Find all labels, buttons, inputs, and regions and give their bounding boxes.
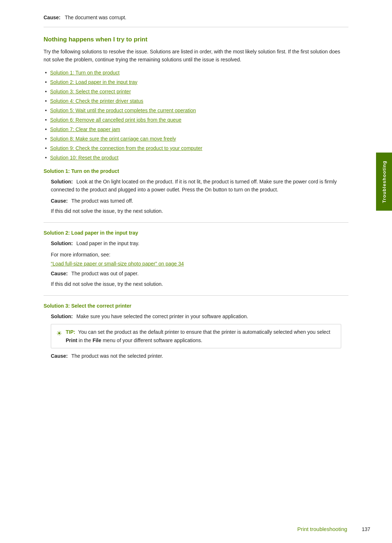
solution1-cause-text: The product was turned off. [72, 198, 133, 204]
solution3-cause-text: The product was not the selected printer… [72, 353, 163, 359]
solution1-if-not-solved: If this did not solve the issue, try the… [51, 207, 348, 215]
list-item[interactable]: Solution 7: Clear the paper jam [44, 126, 348, 133]
solution1-section: Solution 1: Turn on the product Solution… [44, 168, 348, 215]
solutions-list: Solution 1: Turn on the product Solution… [44, 69, 348, 162]
solution-link-6[interactable]: Solution 6: Remove all cancelled print j… [50, 117, 181, 123]
tip-bold-file: File [93, 337, 101, 343]
sidebar-tab: Troubleshooting [376, 153, 392, 211]
top-cause-section: Cause: The document was corrupt. [44, 15, 348, 27]
list-item[interactable]: Solution 4: Check the printer driver sta… [44, 97, 348, 105]
solution2-link-ref[interactable]: “Load full-size paper or small-size phot… [51, 261, 348, 267]
divider-1 [44, 222, 348, 223]
solution2-section: Solution 2: Load paper in the input tray… [44, 230, 348, 288]
intro-paragraph: Try the following solutions to resolve t… [44, 48, 348, 64]
tip-text-block: TIP: You can set the product as the defa… [66, 328, 336, 344]
tip-box: ☀ TIP: You can set the product as the de… [51, 324, 341, 348]
solution2-cause: Cause: The product was out of paper. [51, 270, 348, 277]
solution-link-1[interactable]: Solution 1: Turn on the product [50, 70, 119, 76]
solution2-if-not-solved: If this did not solve the issue, try the… [51, 280, 348, 288]
divider-2 [44, 295, 348, 296]
solution1-solution-text: Look at the On light located on the prod… [51, 179, 337, 193]
solution-link-8[interactable]: Solution 8: Make sure the print carriage… [50, 136, 176, 142]
footer-page-number: 137 [362, 526, 370, 532]
solution-link-7[interactable]: Solution 7: Clear the paper jam [50, 126, 120, 132]
solution2-cause-text: The product was out of paper. [72, 271, 139, 276]
solution2-body: Solution: Load paper in the input tray. [51, 239, 348, 247]
solution1-body: Solution: Look at the On light located o… [51, 178, 348, 194]
sidebar-label: Troubleshooting [381, 161, 387, 203]
solution2-solution-label: Solution: [51, 240, 73, 246]
solution3-body: Solution: Make sure you have selected th… [51, 312, 348, 320]
solution-link-9[interactable]: Solution 9: Check the connection from th… [50, 145, 202, 151]
tip-mid: in the [77, 337, 93, 343]
solution3-cause: Cause: The product was not the selected … [51, 352, 348, 360]
solution1-solution-label: Solution: [51, 179, 73, 185]
solution3-solution-text: Make sure you have selected the correct … [77, 313, 248, 319]
tip-body-1: You can set the product as the default p… [78, 329, 330, 335]
solution-link-2[interactable]: Solution 2: Load paper in the input tray [50, 79, 138, 85]
list-item[interactable]: Solution 6: Remove all cancelled print j… [44, 116, 348, 124]
solution1-heading: Solution 1: Turn on the product [44, 168, 348, 174]
footer: Print troubleshooting 137 [0, 526, 392, 532]
top-cause-text: The document was corrupt. [65, 15, 127, 20]
main-section-heading: Nothing happens when I try to print [44, 36, 348, 43]
tip-end: menu of your different software applicat… [101, 337, 202, 343]
list-item[interactable]: Solution 3: Select the correct printer [44, 88, 348, 96]
solution1-cause: Cause: The product was turned off. [51, 197, 348, 205]
solution-link-10[interactable]: Solution 10: Reset the product [50, 155, 118, 161]
list-item[interactable]: Solution 5: Wait until the product compl… [44, 107, 348, 114]
solution-link-4[interactable]: Solution 4: Check the printer driver sta… [50, 98, 143, 104]
tip-label: TIP: [66, 329, 75, 335]
solution2-solution-text: Load paper in the input tray. [77, 240, 139, 246]
list-item[interactable]: Solution 1: Turn on the product [44, 69, 348, 77]
solution-link-5[interactable]: Solution 5: Wait until the product compl… [50, 108, 196, 113]
solution3-heading: Solution 3: Select the correct printer [44, 303, 348, 309]
list-item[interactable]: Solution 9: Check the connection from th… [44, 145, 348, 152]
solution2-heading: Solution 2: Load paper in the input tray [44, 230, 348, 236]
page-content: Cause: The document was corrupt. Nothing… [0, 0, 370, 385]
tip-icon: ☀ [56, 328, 62, 339]
tip-bold-print: Print [66, 337, 77, 343]
solution2-cause-label: Cause: [51, 271, 68, 276]
solution2-for-more: For more information, see: [51, 251, 348, 259]
list-item[interactable]: Solution 10: Reset the product [44, 154, 348, 162]
solution1-cause-label: Cause: [51, 198, 68, 204]
solution3-cause-label: Cause: [51, 353, 68, 359]
solution-link-3[interactable]: Solution 3: Select the correct printer [50, 89, 131, 94]
list-item[interactable]: Solution 8: Make sure the print carriage… [44, 135, 348, 143]
footer-link[interactable]: Print troubleshooting [297, 526, 347, 532]
list-item[interactable]: Solution 2: Load paper in the input tray [44, 78, 348, 86]
solution3-section: Solution 3: Select the correct printer S… [44, 303, 348, 360]
solution3-solution-label: Solution: [51, 313, 73, 319]
top-cause-label: Cause: [44, 15, 61, 20]
